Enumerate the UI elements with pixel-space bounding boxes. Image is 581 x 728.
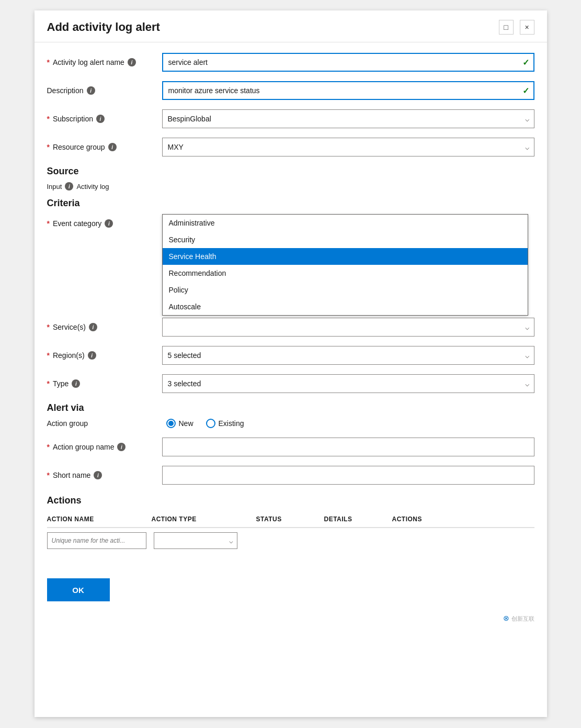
col-action-type: ACTION TYPE <box>152 516 256 523</box>
alert-via-heading: Alert via <box>47 402 534 413</box>
subscription-label: * Subscription i <box>47 115 162 123</box>
table-row: ⌵ <box>47 528 534 553</box>
ok-button-area: OK <box>47 566 534 601</box>
description-label: Description i <box>47 86 162 95</box>
required-star-2: * <box>47 115 50 123</box>
alert-name-label: * Activity log alert name i <box>47 58 162 66</box>
criteria-section: * Event category i Administrative Securi… <box>47 214 534 393</box>
dropdown-item-policy[interactable]: Policy <box>163 282 528 298</box>
required-star-8: * <box>47 443 50 451</box>
action-group-name-input[interactable] <box>162 438 534 456</box>
action-name-input[interactable] <box>47 532 146 549</box>
regions-select[interactable]: 5 selected <box>162 346 534 365</box>
col-action-name: ACTION NAME <box>47 516 152 523</box>
required-star-9: * <box>47 471 50 479</box>
resource-group-select[interactable]: MXY <box>162 138 534 156</box>
action-group-name-row: * Action group name i <box>47 438 534 456</box>
action-type-cell: ⌵ <box>154 532 258 549</box>
description-input[interactable] <box>162 81 534 100</box>
alert-name-input[interactable] <box>162 53 534 72</box>
regions-select-wrapper: 5 selected ⌵ <box>162 346 534 365</box>
short-name-input-wrapper <box>162 466 534 485</box>
resource-group-info-icon[interactable]: i <box>108 143 117 151</box>
action-group-label: Action group <box>47 419 162 428</box>
resource-group-label: * Resource group i <box>47 143 162 151</box>
short-name-label: * Short name i <box>47 471 162 479</box>
required-star-3: * <box>47 143 50 151</box>
regions-info-icon[interactable]: i <box>88 351 96 360</box>
type-row: * Type i 3 selected ⌵ <box>47 374 534 393</box>
action-type-select[interactable] <box>154 532 237 549</box>
modal-container: Add activity log alert □ × * Activity lo… <box>35 10 547 717</box>
short-name-row: * Short name i <box>47 466 534 485</box>
action-type-select-wrapper: ⌵ <box>154 532 237 549</box>
services-select[interactable] <box>162 318 534 337</box>
col-status: STATUS <box>256 516 324 523</box>
subscription-info-icon[interactable]: i <box>96 115 105 123</box>
radio-new[interactable]: New <box>166 419 193 428</box>
alert-name-check-icon: ✓ <box>522 58 529 68</box>
required-star: * <box>47 58 50 66</box>
resource-group-row: * Resource group i MXY ⌵ <box>47 138 534 156</box>
modal-body: * Activity log alert name i ✓ Descriptio… <box>35 42 547 717</box>
actions-table-header: ACTION NAME ACTION TYPE STATUS DETAILS A… <box>47 511 534 528</box>
dropdown-item-administrative[interactable]: Administrative <box>163 215 528 231</box>
radio-new-circle <box>166 419 176 428</box>
action-group-name-label: * Action group name i <box>47 443 162 451</box>
source-heading: Source <box>47 166 534 177</box>
required-star-4: * <box>47 219 50 228</box>
close-icon: × <box>525 23 529 31</box>
action-group-radio-row: Action group New Existing <box>47 419 534 428</box>
minimize-button[interactable]: □ <box>499 20 514 35</box>
services-select-wrapper: ⌵ <box>162 318 534 337</box>
radio-existing[interactable]: Existing <box>206 419 244 428</box>
regions-row: * Region(s) i 5 selected ⌵ <box>47 346 534 365</box>
actions-heading: Actions <box>47 495 534 506</box>
event-category-dropdown: Administrative Security Service Health R… <box>162 214 528 316</box>
dropdown-item-service-health[interactable]: Service Health <box>163 248 528 265</box>
ok-button[interactable]: OK <box>47 578 110 601</box>
resource-group-select-wrapper: MXY ⌵ <box>162 138 534 156</box>
col-details: DETAILS <box>324 516 392 523</box>
subscription-select[interactable]: BespinGlobal <box>162 109 534 128</box>
type-info-icon[interactable]: i <box>72 379 80 388</box>
col-actions: ACTIONS <box>392 516 445 523</box>
dropdown-item-security[interactable]: Security <box>163 231 528 248</box>
source-input-row: Input i Activity log <box>47 182 534 191</box>
services-info-icon[interactable]: i <box>89 323 97 331</box>
action-group-name-info-icon[interactable]: i <box>117 443 126 451</box>
short-name-input[interactable] <box>162 466 534 485</box>
watermark: ⊗ 创新互联 <box>47 614 534 623</box>
watermark-text: ⊗ 创新互联 <box>503 615 534 622</box>
dropdown-item-recommendation[interactable]: Recommendation <box>163 265 528 282</box>
action-name-cell <box>47 532 152 549</box>
radio-group: New Existing <box>166 419 244 428</box>
modal-title: Add activity log alert <box>47 20 160 34</box>
description-check-icon: ✓ <box>522 86 529 96</box>
event-category-info-icon[interactable]: i <box>105 219 113 228</box>
alert-via-section: Alert via Action group New Existing <box>47 402 534 485</box>
event-category-label: * Event category i <box>47 219 162 228</box>
services-row: * Service(s) i ⌵ <box>47 318 534 337</box>
subscription-select-wrapper: BespinGlobal ⌵ <box>162 109 534 128</box>
event-category-row: * Event category i Administrative Securi… <box>47 214 534 233</box>
actions-section: Actions ACTION NAME ACTION TYPE STATUS D… <box>47 495 534 553</box>
alert-name-info-icon[interactable]: i <box>128 58 136 66</box>
alert-name-row: * Activity log alert name i ✓ <box>47 53 534 72</box>
dropdown-item-autoscale[interactable]: Autoscale <box>163 298 528 315</box>
services-label: * Service(s) i <box>47 323 162 331</box>
subscription-row: * Subscription i BespinGlobal ⌵ <box>47 109 534 128</box>
close-button[interactable]: × <box>520 20 534 35</box>
required-star-7: * <box>47 379 50 388</box>
description-row: Description i ✓ <box>47 81 534 100</box>
criteria-heading: Criteria <box>47 198 534 209</box>
regions-label: * Region(s) i <box>47 351 162 360</box>
source-info-icon[interactable]: i <box>65 182 73 191</box>
header-icon-group: □ × <box>499 20 534 35</box>
required-star-5: * <box>47 323 50 331</box>
alert-name-input-wrapper: ✓ <box>162 53 534 72</box>
type-select[interactable]: 3 selected <box>162 374 534 393</box>
type-label: * Type i <box>47 379 162 388</box>
description-info-icon[interactable]: i <box>87 86 95 95</box>
short-name-info-icon[interactable]: i <box>94 471 102 479</box>
